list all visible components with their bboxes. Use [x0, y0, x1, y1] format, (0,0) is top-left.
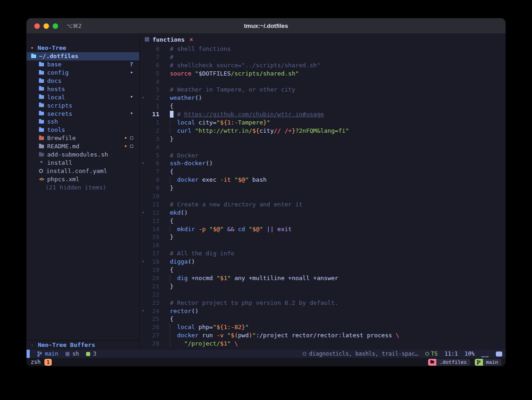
line-number: 16: [147, 241, 159, 249]
line-number: 5: [147, 151, 159, 160]
link-url[interactable]: https://github.com/chubin/wttr.in#usage: [184, 111, 324, 118]
code-line[interactable]: 9}: [140, 184, 505, 192]
code-line[interactable]: 23# Rector project to php version 8.2 by…: [140, 299, 505, 307]
fold-marker-icon[interactable]: ▾: [140, 209, 147, 217]
code-line[interactable]: 7{: [140, 168, 505, 176]
code-line[interactable]: 4: [140, 78, 505, 86]
tree-item-base[interactable]: base?: [27, 60, 139, 69]
line-number: 3: [147, 86, 159, 94]
code-line[interactable]: 4: [140, 143, 505, 151]
code-line[interactable]: 11# Create a new directory and enter it: [140, 200, 505, 209]
code-line[interactable]: 17# All the dig info: [140, 249, 505, 258]
code-line[interactable]: 5source "$DOTFILES/scripts/shared.sh": [140, 70, 505, 78]
scroll-progress: 10%: [465, 351, 475, 357]
code-line[interactable]: 6# shellcheck source="../scripts/shared.…: [140, 61, 505, 70]
code-line[interactable]: 26▏ local php="${1:-82}": [140, 323, 505, 331]
code-line[interactable]: 28▏ "/project/$1" \: [140, 340, 505, 348]
line-number: 3: [147, 135, 159, 143]
code-line[interactable]: 22: [140, 291, 505, 299]
file-type-icon-brew: [39, 136, 44, 140]
tree-item-add-submodules.sh[interactable]: add-submodules.sh: [27, 151, 139, 159]
code-line[interactable]: ▾6ssh-docker(): [140, 159, 505, 168]
code-token: [174, 340, 184, 347]
code-text: ▏ docker exec -it "$@" bash: [159, 176, 266, 184]
fold-column: [140, 176, 147, 184]
tab-close-icon[interactable]: ×: [189, 36, 193, 43]
code-line[interactable]: 13{: [140, 217, 505, 225]
neo-tree-header[interactable]: ▾ Neo-Tree: [27, 44, 139, 52]
tree-item-README.md[interactable]: README.md•: [27, 142, 139, 151]
code-line[interactable]: 27▏ docker run -v "$(pwd)":/project rect…: [140, 331, 505, 340]
code-text: [159, 192, 170, 200]
code-line[interactable]: 8▏ docker exec -it "$@" bash: [140, 176, 505, 184]
code-line[interactable]: 8# shell functions: [140, 45, 505, 53]
code-line-current[interactable]: 11 # https://github.com/chubin/wttr.in#u…: [140, 110, 505, 119]
code-line[interactable]: ▾12mkd(): [140, 209, 505, 217]
code-line[interactable]: ▾2weather(): [140, 94, 505, 102]
code-token: bash: [249, 176, 266, 183]
terminal-window: ⌥⌘2 tmux:~/.dotfiles ▾ Neo-Tree ~/.dotfi…: [27, 18, 505, 366]
code-token: (): [206, 160, 213, 167]
line-number: 17: [147, 249, 159, 258]
code-token: $1: [220, 340, 228, 347]
fold-marker-icon[interactable]: ▾: [140, 159, 147, 168]
code-line[interactable]: 1▏ local city="${1:-Tampere}": [140, 119, 505, 127]
code-line[interactable]: 21}: [140, 282, 505, 291]
close-window-button[interactable]: [34, 23, 40, 29]
tree-item-install[interactable]: *install: [27, 158, 139, 167]
code-line[interactable]: 5# Docker: [140, 151, 505, 160]
branch-icon: [475, 359, 483, 366]
code-line[interactable]: 14▏ mkdir -p "$@" && cd "$@" || exit: [140, 225, 505, 233]
tree-item-hosts[interactable]: hosts: [27, 85, 139, 93]
tmux-window-index-badge[interactable]: 1: [44, 359, 52, 366]
code-token: (): [195, 94, 202, 101]
tree-item-local[interactable]: local•: [27, 93, 139, 101]
code-token: docker: [177, 176, 199, 183]
tree-hidden-items-note: (21 hidden items): [27, 183, 139, 191]
tree-item-secrets[interactable]: secrets•: [27, 109, 139, 118]
tree-item-docs[interactable]: docs: [27, 77, 139, 85]
line-number: 5: [147, 70, 159, 78]
git-status-modified-dot-icon: •: [124, 144, 127, 149]
scrollbar-thumb[interactable]: [496, 351, 502, 357]
fold-column: [140, 192, 147, 200]
tab-label: functions: [152, 36, 185, 43]
fold-marker-icon[interactable]: ▾: [140, 307, 147, 315]
lsp-icon: [303, 352, 306, 356]
fold-marker-icon[interactable]: ▾: [140, 94, 147, 102]
code-token: [174, 127, 177, 134]
tree-item-Brewfile[interactable]: Brewfile•: [27, 134, 139, 142]
tree-item-config[interactable]: config•: [27, 69, 139, 77]
code-line[interactable]: 2▏ curl "http://wttr.in/${city// /+}?2nF…: [140, 127, 505, 135]
code-line[interactable]: 25{: [140, 315, 505, 323]
code-line[interactable]: 15}: [140, 233, 505, 241]
line-number: 22: [147, 291, 159, 299]
code-line[interactable]: 3}: [140, 135, 505, 143]
code-line[interactable]: ▾18digga(): [140, 258, 505, 266]
tmux-window-name[interactable]: zsh: [31, 359, 41, 365]
code-line[interactable]: 3# Weather in Tampere, or other city: [140, 86, 505, 94]
zoom-window-button[interactable]: [53, 23, 58, 29]
code-line[interactable]: ▾24rector(): [140, 307, 505, 315]
tree-root-dotfiles[interactable]: ~/.dotfiles: [27, 52, 139, 60]
code-token: rector: [170, 308, 191, 314]
code-line[interactable]: 20▏ dig +nocmd "$1" any +multiline +noal…: [140, 274, 505, 282]
code-line[interactable]: 19{: [140, 266, 505, 274]
tree-item-tools[interactable]: tools: [27, 126, 139, 134]
fold-marker-icon[interactable]: ▾: [140, 258, 147, 266]
tree-item-ssh[interactable]: ssh: [27, 118, 139, 126]
line-number: 1: [147, 119, 159, 127]
code-line[interactable]: 1{: [140, 102, 505, 110]
neo-tree-buffers-header[interactable]: › Neo-Tree Buffers: [27, 340, 139, 349]
minimize-window-button[interactable]: [43, 23, 49, 29]
tab-functions[interactable]: functions ×: [145, 36, 193, 43]
tmux-session-segment: .dotfiles: [428, 359, 470, 366]
tree-item-scripts[interactable]: scripts: [27, 101, 139, 109]
tree-item-install.conf.yaml[interactable]: install.conf.yaml: [27, 167, 139, 175]
code-line[interactable]: 10: [140, 192, 505, 200]
code-token: # Rector project to php version 8.2 by d…: [170, 299, 338, 306]
code-line[interactable]: 7#: [140, 53, 505, 61]
line-number: 2: [147, 127, 159, 135]
tree-item-phpcs.xml[interactable]: <>phpcs.xml: [27, 175, 139, 183]
code-line[interactable]: 16: [140, 241, 505, 249]
